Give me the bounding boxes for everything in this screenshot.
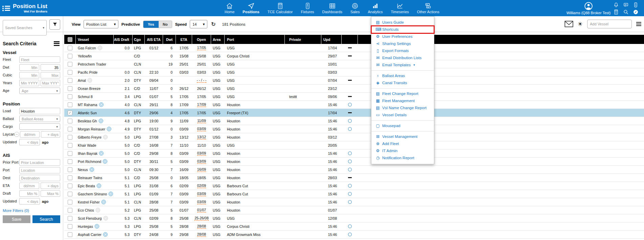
dwt-max-input[interactable]	[41, 64, 61, 71]
menu-item-fleet-management[interactable]: ▦Fleet Management	[371, 97, 434, 104]
col-header-open[interactable]: Open	[192, 35, 211, 44]
row-checkbox[interactable]: ✓	[68, 111, 72, 115]
row-checkbox[interactable]	[68, 143, 72, 148]
menu-hamburger-icon[interactable]	[636, 21, 641, 27]
table-row[interactable]: Gilberto Freyre5.0LPG27/08313/1213/12USG…	[64, 133, 644, 141]
table-row[interactable]: Eco Chios5.2LPG25/08501/0701/07USGHousto…	[64, 206, 644, 214]
status-indicator-circle-icon[interactable]	[348, 233, 352, 236]
row-checkbox[interactable]	[68, 192, 72, 196]
menu-item-canal-transits[interactable]: ◈Canal Transits	[371, 79, 434, 87]
open-date[interactable]: 17/05	[197, 46, 206, 50]
draft-min-input[interactable]	[19, 190, 39, 197]
col-header-dwt[interactable]: Dwt	[163, 35, 176, 44]
vessel-name[interactable]: Yellowfin	[78, 54, 92, 58]
row-checkbox[interactable]	[68, 167, 72, 172]
row-checkbox[interactable]	[68, 184, 72, 188]
save-button[interactable]: Save	[3, 215, 30, 223]
vessel-name[interactable]: Eco Chios	[78, 208, 94, 212]
row-checkbox[interactable]	[68, 86, 72, 91]
vessel-target-icon[interactable]	[90, 167, 94, 172]
menu-item-email-distribution-lists[interactable]: ✉Email Distribution Lists	[371, 54, 434, 62]
vessel-name[interactable]: Petrochem Trader	[78, 62, 106, 66]
vessel-target-icon[interactable]	[101, 200, 106, 204]
vessel-target-icon[interactable]	[99, 119, 103, 123]
row-checkbox[interactable]	[68, 159, 72, 164]
vessel-name[interactable]: MT Rahama	[78, 103, 97, 107]
status-indicator-circle-icon[interactable]	[348, 103, 352, 106]
row-checkbox[interactable]	[68, 78, 72, 83]
open-date[interactable]: - - / - -	[197, 78, 207, 83]
col-header-private[interactable]: Private	[285, 35, 321, 44]
vessel-target-icon[interactable]	[103, 159, 107, 164]
menu-item-shortcuts[interactable]: ⌨Shortcuts	[371, 26, 434, 33]
vessel-name[interactable]: Kestrel Fisher	[78, 200, 100, 204]
menu-item-sharing-settings[interactable]: ⋖Sharing Settings	[371, 40, 434, 47]
years-max-input[interactable]	[41, 80, 61, 86]
vessel-name[interactable]: Gaschem Shinano	[78, 192, 107, 196]
status-indicator-circle-icon[interactable]	[348, 200, 352, 204]
vessel-name[interactable]: Besiktas Gh	[78, 119, 97, 123]
open-date[interactable]: 02/09	[197, 184, 206, 188]
row-checkbox[interactable]	[68, 46, 72, 50]
calculator-icon-small[interactable]	[613, 9, 619, 15]
vessel-target-icon[interactable]	[104, 216, 108, 220]
user-box[interactable]: Williams (Q88 Broker Test)	[556, 1, 621, 15]
fixture-zip-icon[interactable]	[633, 2, 639, 8]
open-date[interactable]: 01/07	[197, 208, 206, 213]
vessel-target-icon[interactable]	[96, 208, 100, 212]
table-row[interactable]: YellowfinC/D015/0815/08USGCorpus Christi…	[64, 52, 644, 60]
table-row[interactable]: Nexus5.0CLN09:30716/0916/09USGHouston15:…	[64, 166, 644, 174]
vessel-name[interactable]: Nexus	[78, 168, 88, 172]
speed-select[interactable]: 14 ▾	[190, 20, 207, 28]
open-date[interactable]: 03/09	[197, 151, 206, 156]
row-checkbox[interactable]	[68, 232, 72, 237]
table-row[interactable]: Ilhan Bayrak5.0C/D29/08803/0903/09USGHou…	[64, 149, 644, 158]
brightness-sun-icon[interactable]: ☀	[578, 21, 583, 28]
vessel-name[interactable]: Morgan Reinauer	[78, 127, 105, 131]
laycan-date-input[interactable]	[20, 131, 40, 138]
row-checkbox[interactable]	[68, 135, 72, 140]
row-checkbox[interactable]	[68, 175, 72, 180]
menu-item-add-fleet[interactable]: ⊕Add Fleet	[371, 140, 434, 147]
table-row[interactable]: Besiktas Gh4.8LPG19:00911/0911/09USGHous…	[64, 117, 644, 125]
col-header-ais-draft[interactable]: AIS Draft↑	[114, 35, 133, 44]
table-row[interactable]: Huntegas5.3LPG25/08528/0828/08USGCorpus …	[64, 222, 644, 231]
nav-item-sales[interactable]: $Sales	[346, 0, 364, 16]
open-date[interactable]: 16/09	[197, 167, 206, 172]
ais-eta-date-input[interactable]	[19, 183, 39, 189]
cargo-select[interactable]: ▾	[19, 123, 60, 130]
menu-item-user-preferences[interactable]: ⚙User Preferences	[371, 33, 434, 40]
status-indicator-circle-icon[interactable]	[348, 184, 352, 188]
view-select[interactable]: Position List ▾	[84, 20, 118, 28]
cubic-min-input[interactable]	[19, 72, 39, 78]
open-date[interactable]: 03/09	[197, 127, 206, 131]
table-row[interactable]: Amal2.0DTY09/040- - / - -USGUSG07/04	[64, 76, 644, 85]
table-row[interactable]: ✓Atlantic Sun4.6DTY29/06417/0517/05USGFr…	[64, 109, 644, 117]
ais-port-input[interactable]	[19, 167, 60, 173]
ais-eta-days-input[interactable]	[41, 183, 61, 189]
row-checkbox[interactable]	[68, 200, 72, 205]
menu-item-mousepad[interactable]: ▢Mousepad	[371, 122, 434, 129]
open-date[interactable]: 17/09	[197, 102, 206, 107]
menu-item-export-formats[interactable]: ▯Export Formats	[371, 47, 434, 54]
vessel-target-icon[interactable]	[107, 127, 111, 131]
vessel-name[interactable]: Gilberto Freyre	[78, 135, 101, 139]
col-header-cgo[interactable]: Cgo	[133, 35, 145, 44]
vessel-name[interactable]: Port Richmond	[78, 160, 101, 164]
status-indicator-circle-icon[interactable]	[348, 224, 352, 228]
table-row[interactable]: Kestrel Fisher5.1CLN28/08703/0903/09USGH…	[64, 198, 644, 206]
vessel-target-icon[interactable]	[103, 232, 108, 237]
open-date[interactable]: 28/08	[197, 224, 206, 229]
vessel-name[interactable]: Scot Flensburg	[78, 216, 102, 220]
vessel-name[interactable]: Epic Beata	[78, 184, 95, 188]
chat-icon[interactable]	[623, 2, 629, 8]
draft-max-input[interactable]	[41, 190, 61, 197]
nav-item-fixtures[interactable]: Fixtures	[297, 0, 318, 16]
vessel-name[interactable]: Asphalt Carrier	[78, 233, 101, 237]
col-header-upd[interactable]: Upd	[321, 35, 342, 44]
row-checkbox[interactable]	[68, 127, 72, 131]
table-row[interactable]: Reinauer Twins5.1C/D25/08018/0518/05USGH…	[64, 174, 644, 182]
row-checkbox[interactable]	[68, 94, 72, 99]
vessel-target-icon[interactable]	[103, 135, 108, 139]
vessel-name[interactable]: Ilhan Bayrak	[78, 151, 97, 155]
